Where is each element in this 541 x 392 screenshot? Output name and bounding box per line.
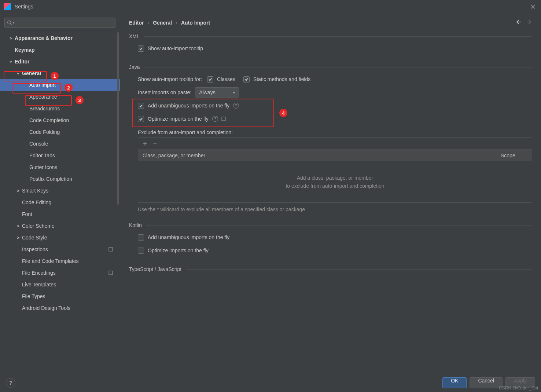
svg-point-0 [8, 21, 11, 24]
help-icon[interactable]: ? [212, 116, 218, 122]
breadcrumb: Editor › General › Auto Import [120, 13, 541, 30]
section-java: Java [129, 64, 532, 70]
sidebar-item-inspections[interactable]: Inspections [0, 243, 120, 255]
sidebar-item-file-types[interactable]: File Types [0, 290, 120, 302]
crumb-general[interactable]: General [153, 20, 172, 26]
sidebar-item-code-completion[interactable]: Code Completion [0, 114, 120, 126]
nav-forward-button [526, 19, 532, 26]
checkbox-java-classes[interactable] [207, 76, 213, 83]
crumb-editor[interactable]: Editor [129, 20, 144, 26]
settings-sidebar: ▾ Appearance & Behavior Keymap Editor Ge… [0, 13, 120, 373]
app-logo-icon [4, 3, 11, 10]
select-insert-on-paste[interactable]: Always ▼ [195, 87, 239, 98]
window-title: Settings [15, 4, 529, 10]
sidebar-item-file-code-templates[interactable]: File and Code Templates [0, 255, 120, 267]
section-kotlin: Kotlin [129, 222, 532, 228]
sidebar-item-general[interactable]: General [0, 67, 120, 79]
sidebar-item-gutter-icons[interactable]: Gutter Icons [0, 161, 120, 173]
nav-back-button[interactable] [515, 19, 521, 26]
sidebar-item-font[interactable]: Font [0, 208, 120, 220]
sidebar-item-appearance-behavior[interactable]: Appearance & Behavior [0, 32, 120, 44]
sidebar-item-code-style[interactable]: Code Style [0, 232, 120, 243]
checkbox-java-static[interactable] [243, 76, 250, 83]
sidebar-item-breadcrumbs[interactable]: Breadcrumbs [0, 103, 120, 114]
help-icon[interactable]: ? [233, 103, 239, 109]
chevron-down-icon: ▼ [232, 91, 236, 95]
chevron-right-icon: › [147, 20, 149, 26]
project-override-icon [221, 116, 226, 121]
help-button[interactable]: ? [6, 378, 15, 388]
settings-tree[interactable]: Appearance & Behavior Keymap Editor Gene… [0, 32, 120, 373]
project-override-icon [108, 270, 113, 275]
checkbox-java-add-unambiguous[interactable] [138, 103, 144, 109]
chevron-right-icon: › [176, 20, 177, 26]
sidebar-item-file-encodings[interactable]: File Encodings [0, 267, 120, 279]
exclude-table: ＋ − Class, package, or member Scope Add … [138, 138, 532, 203]
close-button[interactable] [529, 2, 537, 11]
sidebar-item-console[interactable]: Console [0, 138, 120, 150]
column-class[interactable]: Class, package, or member [138, 153, 497, 158]
sidebar-item-editor[interactable]: Editor [0, 56, 120, 67]
section-ts-js: TypeScript / JavaScript [129, 266, 532, 272]
ok-button[interactable]: OK [442, 377, 467, 388]
hint-wildcard: Use the * wildcard to exclude all member… [138, 206, 328, 213]
checkbox-xml-show-tooltip[interactable] [138, 45, 144, 52]
svg-rect-2 [109, 271, 113, 275]
sidebar-item-keymap[interactable]: Keymap [0, 44, 120, 56]
checkbox-java-optimize[interactable] [138, 116, 144, 122]
search-input[interactable]: ▾ [4, 18, 115, 28]
search-icon [7, 20, 12, 25]
cancel-button[interactable]: Cancel [470, 377, 503, 388]
sidebar-item-appearance[interactable]: Appearance [0, 91, 120, 103]
label-exclude-heading: Exclude from auto-import and completion: [138, 129, 532, 135]
sidebar-item-android-design-tools[interactable]: Android Design Tools [0, 302, 120, 314]
apply-button: Apply [505, 377, 535, 388]
titlebar: Settings [0, 0, 541, 13]
section-xml: XML [129, 33, 532, 39]
remove-button: − [153, 140, 157, 147]
search-history-icon: ▾ [13, 21, 15, 25]
settings-content: XML Show auto-import tooltip Java Show a… [120, 30, 541, 373]
exclude-placeholder-1: Add a class, package, or member [297, 175, 373, 181]
exclude-placeholder-2: to exclude from auto-import and completi… [286, 183, 384, 189]
sidebar-item-auto-import[interactable]: Auto Import [0, 79, 120, 91]
sidebar-item-editor-tabs[interactable]: Editor Tabs [0, 150, 120, 161]
dialog-button-bar: ? OK Cancel Apply [0, 373, 541, 392]
sidebar-item-code-editing[interactable]: Code Editing [0, 197, 120, 208]
sidebar-item-postfix-completion[interactable]: Postfix Completion [0, 173, 120, 185]
project-override-icon [108, 247, 113, 252]
crumb-auto-import[interactable]: Auto Import [181, 20, 210, 26]
add-button[interactable]: ＋ [142, 139, 148, 148]
sidebar-item-smart-keys[interactable]: Smart Keys [0, 185, 120, 197]
sidebar-item-code-folding[interactable]: Code Folding [0, 126, 120, 138]
svg-rect-3 [222, 117, 225, 121]
sidebar-item-live-templates[interactable]: Live Templates [0, 279, 120, 290]
checkbox-kotlin-optimize[interactable] [138, 248, 144, 254]
svg-rect-1 [109, 248, 113, 251]
sidebar-item-color-scheme[interactable]: Color Scheme [0, 220, 120, 232]
column-scope[interactable]: Scope [497, 153, 532, 158]
checkbox-kotlin-add-unambiguous[interactable] [138, 234, 144, 241]
